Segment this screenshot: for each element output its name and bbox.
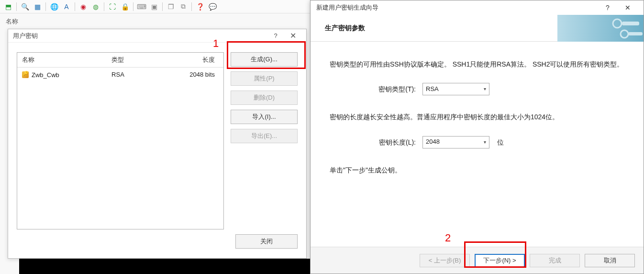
divider [104, 2, 104, 11]
cancel-button[interactable]: 取消 [585, 254, 635, 267]
toolbar-expand-icon[interactable]: ⛶ [107, 1, 118, 12]
toolbar-red-icon[interactable]: ◉ [78, 1, 89, 12]
key-length-label: 密钥长度(L): [368, 137, 416, 148]
divider [133, 2, 133, 11]
length-unit: 位 [497, 137, 504, 148]
wizard-content: 密钥类型的可用性由SSH协议版本确定。 SSH1只能使用RSA算法。 SSH2可… [311, 42, 644, 194]
finish-button[interactable]: 完成 [530, 254, 580, 267]
button-column: 生成(G)... 属性(P) 删除(D) 导入(I)... 导出(E)... [231, 52, 298, 229]
toolbar-add-icon[interactable]: ⬒ [3, 1, 13, 12]
toolbar-search-icon[interactable]: 🔍 [20, 1, 30, 12]
svg-point-0 [613, 19, 622, 28]
key-length-select[interactable]: 2048 ▾ [422, 136, 489, 148]
key-length-description: 密钥的长度越长安全性越高。普通应用程序中密钥长度的最佳大小为1024位。 [330, 112, 624, 122]
column-type[interactable]: 类型 [107, 53, 149, 68]
svg-rect-1 [622, 22, 639, 25]
next-hint: 单击"下一步"生成公钥。 [330, 165, 624, 175]
wizard-titlebar: 新建用户密钥生成向导 ? ✕ [311, 0, 644, 15]
next-button[interactable]: 下一步(N) > [475, 254, 525, 267]
table-row[interactable]: Zwb_Cwb RSA 2048 bits [17, 68, 223, 82]
toolbar-comment-icon[interactable]: 💬 [207, 1, 218, 12]
divider [16, 2, 17, 11]
wizard-header: 生产密钥参数 [311, 15, 644, 42]
close-icon[interactable]: ✕ [618, 1, 638, 14]
toolbar-green-icon[interactable]: ◍ [90, 1, 101, 12]
column-length[interactable]: 长度 [149, 53, 223, 68]
divider [75, 2, 75, 11]
cell-name: Zwb_Cwb [17, 68, 107, 82]
key-type-value: RSA [426, 84, 439, 94]
chevron-down-icon: ▾ [484, 138, 486, 146]
key-type-label: 密钥类型(T): [368, 84, 416, 94]
dialog-titlebar: 用户密钥 ? ✕ [8, 29, 306, 43]
wizard-subtitle: 生产密钥参数 [311, 24, 365, 33]
key-type-description: 密钥类型的可用性由SSH协议版本确定。 SSH1只能使用RSA算法。 SSH2可… [330, 59, 624, 69]
key-type-select[interactable]: RSA ▾ [422, 83, 489, 95]
back-button[interactable]: < 上一步(B) [420, 254, 470, 267]
key-length-row: 密钥长度(L): 2048 ▾ 位 [368, 136, 624, 148]
panel-label-name: 名称 [0, 13, 311, 30]
divider [162, 2, 163, 11]
help-button[interactable]: ? [598, 1, 618, 14]
table-header-row: 名称 类型 长度 [17, 53, 223, 68]
user-keys-dialog: 用户密钥 ? ✕ 名称 类型 长度 Zwb_Cwb [8, 29, 307, 259]
wizard-footer: < 上一步(B) 下一步(N) > 完成 取消 [311, 247, 644, 274]
toolbar-grid-icon[interactable]: ▣ [149, 1, 159, 12]
wizard-title: 新建用户密钥生成向导 [316, 3, 378, 12]
toolbar-box-icon[interactable]: ▦ [32, 1, 43, 12]
toolbar-font-icon[interactable]: A [61, 1, 72, 12]
chevron-down-icon: ▾ [484, 85, 486, 93]
properties-button[interactable]: 属性(P) [231, 71, 298, 86]
key-length-value: 2048 [426, 137, 440, 147]
svg-rect-3 [628, 32, 643, 35]
cell-length: 2048 bits [149, 68, 223, 82]
help-button[interactable]: ? [267, 30, 284, 42]
divider [191, 2, 192, 11]
generate-button[interactable]: 生成(G)... [231, 52, 298, 67]
toolbar-tree-icon[interactable]: ⧉ [178, 1, 189, 12]
key-type-row: 密钥类型(T): RSA ▾ [368, 83, 624, 95]
toolbar-globe-icon[interactable]: 🌐 [49, 1, 59, 12]
toolbar-layers-icon[interactable]: ❐ [166, 1, 176, 12]
column-name[interactable]: 名称 [17, 53, 107, 68]
key-icon [22, 71, 29, 78]
delete-button[interactable]: 删除(D) [231, 91, 298, 105]
svg-point-2 [621, 30, 628, 38]
cell-type: RSA [107, 68, 149, 82]
import-button[interactable]: 导入(I)... [231, 110, 298, 124]
keys-table[interactable]: 名称 类型 长度 Zwb_Cwb RSA 2048 bits [17, 52, 224, 229]
close-icon[interactable]: ✕ [284, 30, 301, 42]
toolbar-lock-icon[interactable]: 🔒 [120, 1, 130, 12]
key-wizard-dialog: 新建用户密钥生成向导 ? ✕ 生产密钥参数 密钥类型的可用性由SSH协议版本确定… [310, 0, 644, 274]
toolbar: ⬒ 🔍 ▦ 🌐 A ◉ ◍ ⛶ 🔒 ⌨ ▣ ❐ ⧉ ❓ 💬 [0, 0, 311, 13]
toolbar-keyboard-icon[interactable]: ⌨ [136, 1, 147, 12]
toolbar-help-icon[interactable]: ❓ [195, 1, 205, 12]
backdrop [19, 259, 311, 274]
close-button[interactable]: 关闭 [235, 234, 298, 249]
export-button[interactable]: 导出(E)... [231, 129, 298, 143]
header-decoration [557, 15, 644, 42]
dialog-title: 用户密钥 [13, 32, 38, 40]
divider [45, 2, 46, 11]
